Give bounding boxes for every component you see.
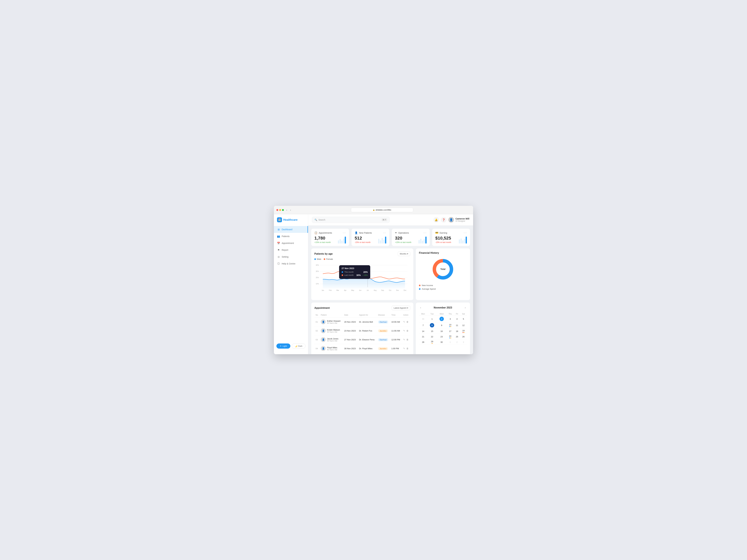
calendar-day-number: 9 bbox=[441, 324, 442, 326]
earning-more-button[interactable]: ··· bbox=[464, 231, 467, 234]
appointments-more-button[interactable]: ··· bbox=[343, 231, 346, 234]
calendar-day[interactable]: 2 bbox=[454, 340, 460, 345]
row-action: ✎ 🗑 bbox=[402, 344, 410, 353]
patient-name: Kristin Watson bbox=[327, 329, 340, 331]
calendar-day[interactable]: 8 bbox=[427, 322, 437, 328]
table-row: 02 👤 Kristin Watson 40 Year's Old 23 Nov… bbox=[314, 326, 410, 335]
row-action: ✎ 🗑 bbox=[402, 326, 410, 335]
calendar-day[interactable]: 30 bbox=[419, 316, 427, 322]
latest-appoint-filter-button[interactable]: Latest Appoint ▾ bbox=[392, 306, 410, 310]
sidebar-item-dashboard[interactable]: ⊞ Dashboard bbox=[274, 226, 308, 233]
minimize-traffic-light[interactable] bbox=[279, 209, 281, 211]
help-icon: ⓘ bbox=[277, 262, 280, 265]
search-bar[interactable]: 🔍 Search ⌘ F bbox=[312, 217, 390, 223]
new-income-text: New Income bbox=[422, 284, 433, 287]
new-patients-value: 512 bbox=[355, 236, 370, 241]
svg-text:Apr: Apr bbox=[344, 290, 346, 291]
tooltip-last-month: Last month 30% ↑ +25% bbox=[342, 274, 368, 276]
calendar-day[interactable]: 16 bbox=[437, 328, 446, 334]
sidebar-item-setting[interactable]: ⊙ Setting bbox=[274, 254, 308, 260]
traffic-lights bbox=[276, 209, 284, 211]
url-bar[interactable]: 🔒 dribbble.com/filllo bbox=[351, 208, 413, 212]
edit-button[interactable]: ✎ bbox=[403, 329, 405, 332]
calendar-day[interactable]: 24 bbox=[446, 334, 454, 340]
calendar-day-number: 19 bbox=[462, 329, 465, 332]
calendar-day[interactable]: 18 bbox=[454, 328, 460, 334]
operations-change: +15% vs last month bbox=[395, 241, 411, 243]
calendar-day[interactable]: 14 bbox=[419, 328, 427, 334]
delete-button[interactable]: 🗑 bbox=[406, 347, 409, 350]
calendar-day[interactable]: 3 bbox=[446, 316, 454, 322]
calendar-day-number: 28 bbox=[422, 341, 424, 343]
table-row: 01 👤 Esther Howard 40 Year's Old 20 Nov … bbox=[314, 318, 410, 326]
dark-theme-button[interactable]: 🌙 Dark bbox=[292, 344, 306, 349]
edit-button[interactable]: ✎ bbox=[403, 338, 405, 341]
browser-window: ‹ › 🔒 dribbble.com/filllo 🏥 Healthcare ⊞… bbox=[274, 206, 473, 354]
calendar-day[interactable]: 9 bbox=[437, 322, 446, 328]
calendar-dot bbox=[450, 326, 451, 327]
patient-age: 40 Year's Old bbox=[327, 340, 338, 342]
calendar-day[interactable]: 2 bbox=[437, 316, 446, 322]
calendar-day[interactable]: 30 bbox=[437, 340, 446, 345]
chart-container: 40% 30% 20% 10% Jan Feb Mar Apr May Jun bbox=[314, 262, 410, 297]
row-no: 01 bbox=[314, 318, 319, 326]
new-patients-more-button[interactable]: ··· bbox=[383, 231, 386, 234]
notification-button[interactable]: 🔔 bbox=[433, 217, 439, 222]
calendar-day[interactable]: 1 bbox=[427, 316, 437, 322]
earning-stat-icon: 💳 bbox=[435, 231, 438, 234]
stats-row: 📋 Appointments ··· 1,780 +15% vs last mo… bbox=[311, 229, 470, 246]
sidebar-item-appointment[interactable]: 📅 Appointment bbox=[274, 240, 308, 246]
calendar-day[interactable]: 15 bbox=[427, 328, 437, 334]
delete-button[interactable]: 🗑 bbox=[406, 321, 409, 323]
calendar-nav: ‹ November 2023 › bbox=[419, 306, 467, 310]
operations-more-button[interactable]: ··· bbox=[423, 231, 427, 234]
calendar-day[interactable]: 5 bbox=[460, 316, 467, 322]
operations-value: 320 bbox=[395, 236, 411, 241]
forward-button[interactable]: › bbox=[290, 208, 292, 212]
close-traffic-light[interactable] bbox=[276, 209, 278, 211]
calendar-day[interactable]: 28 bbox=[419, 340, 427, 345]
delete-button[interactable]: 🗑 bbox=[406, 338, 409, 341]
earning-value: $10,525 bbox=[435, 236, 451, 241]
calendar-day[interactable]: 12 bbox=[460, 322, 467, 328]
patient-age: 40 Year's Old bbox=[327, 322, 340, 324]
light-theme-button[interactable]: ☀ Light bbox=[276, 344, 290, 349]
logo-icon: 🏥 bbox=[277, 217, 282, 222]
sidebar-item-patients[interactable]: 👥 Patients bbox=[274, 233, 308, 240]
sidebar-item-help[interactable]: ⓘ Help & Centre bbox=[274, 260, 308, 267]
calendar-prev-button[interactable]: ‹ bbox=[419, 306, 422, 310]
calendar-next-button[interactable]: › bbox=[464, 306, 467, 310]
back-button[interactable]: ‹ bbox=[286, 208, 288, 212]
calendar-day[interactable]: 19 bbox=[460, 328, 467, 334]
maximize-traffic-light[interactable] bbox=[282, 209, 284, 211]
calendar-dot bbox=[449, 326, 450, 327]
calendar-day[interactable]: 23 bbox=[437, 334, 446, 340]
months-filter-button[interactable]: Months ▾ bbox=[398, 251, 410, 256]
search-shortcut: ⌘ F bbox=[382, 218, 387, 221]
tooltip-dot-blue bbox=[342, 271, 343, 273]
delete-button[interactable]: 🗑 bbox=[406, 329, 409, 332]
table-row: 04 👤 Floyd Miles 40 Year's Old 30 Nov 20… bbox=[314, 344, 410, 353]
help-button[interactable]: ❓ bbox=[441, 217, 446, 222]
charts-row: Patients by age Months ▾ Male bbox=[311, 248, 470, 300]
edit-button[interactable]: ✎ bbox=[403, 347, 405, 350]
calendar-day[interactable]: 22 bbox=[427, 334, 437, 340]
calendar-day[interactable]: 11 bbox=[454, 322, 460, 328]
calendar-day[interactable]: 29 bbox=[427, 340, 437, 345]
calendar-day[interactable]: 26 bbox=[460, 334, 467, 340]
svg-text:Jan: Jan bbox=[321, 290, 324, 291]
calendar-day[interactable]: 17 bbox=[446, 328, 454, 334]
calendar-day[interactable]: 7 bbox=[419, 322, 427, 328]
sidebar-item-report[interactable]: ⚑ Report bbox=[274, 246, 308, 254]
calendar-day[interactable]: 1 bbox=[446, 340, 454, 345]
calendar-day[interactable]: 25 bbox=[454, 334, 460, 340]
row-action: ✎ 🗑 bbox=[402, 318, 410, 326]
edit-button[interactable]: ✎ bbox=[403, 321, 405, 323]
latest-appoint-label: Latest Appoint bbox=[394, 307, 407, 309]
new-income-label: New Income bbox=[419, 284, 467, 287]
header-actions: 🔔 ❓ 👤 Cameron Will UI Designer bbox=[433, 217, 469, 222]
calendar-day[interactable]: 3 bbox=[460, 340, 467, 345]
calendar-day[interactable]: 10 bbox=[446, 322, 454, 328]
calendar-day[interactable]: 4 bbox=[454, 316, 460, 322]
calendar-day[interactable]: 21 bbox=[419, 334, 427, 340]
